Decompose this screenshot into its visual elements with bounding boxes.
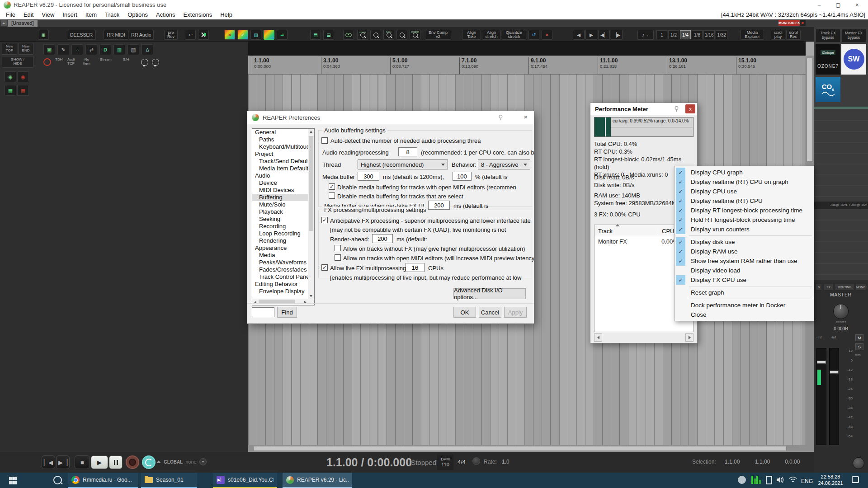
record-monitor-icon[interactable]	[43, 58, 51, 66]
tray-usb-icon[interactable]	[766, 476, 772, 484]
rate-knob[interactable]	[472, 457, 480, 465]
allow-no-fx-checkbox[interactable]	[335, 245, 341, 251]
track-paint-icon[interactable]: ▣	[43, 44, 55, 55]
track-fx-bypass-button[interactable]: Track FXbypass	[816, 29, 840, 42]
folder-show-icon[interactable]: ◉	[5, 71, 16, 82]
zoom-out-icon[interactable]	[370, 30, 381, 40]
tree-item[interactable]: Track/Send Defaults	[252, 158, 308, 165]
menu-item[interactable]: Track	[101, 10, 123, 19]
master-output-routing[interactable]: Juli@ 1/2:L / Juli@ 1/2:	[814, 202, 868, 209]
fader-cap-right[interactable]	[830, 371, 839, 374]
tree-item[interactable]: Buffering	[252, 194, 308, 201]
grid-red-icon[interactable]: ▦	[17, 85, 29, 96]
play-button[interactable]: ▶	[91, 455, 108, 469]
project-tab-unsaved[interactable]: [Unsaved]	[8, 20, 38, 27]
ungroup-items-icon[interactable]: ⬓	[323, 30, 334, 40]
track-stripes-icon[interactable]: ▤	[127, 44, 139, 55]
tree-item[interactable]: Keyboard/Multitouch	[252, 143, 308, 150]
deesser-button[interactable]: DEESSER	[67, 30, 96, 40]
context-menu-item[interactable]	[675, 285, 814, 288]
align-take-button[interactable]: AlignTake	[462, 30, 481, 40]
allow-midi-checkbox[interactable]	[335, 254, 341, 261]
menu-item[interactable]: Options	[123, 10, 152, 19]
menu-item[interactable]: Extensions	[179, 10, 217, 19]
time-signature[interactable]: 4/4	[458, 459, 466, 465]
menu-item[interactable]: File	[2, 10, 19, 19]
selection-start[interactable]: 1.1.00	[725, 459, 740, 465]
scroll-down-icon[interactable]	[310, 295, 312, 297]
context-menu-item[interactable]: Display CPU graph	[675, 168, 814, 177]
tree-item[interactable]: Recording	[252, 223, 308, 230]
start-button[interactable]	[9, 477, 17, 484]
izotope-ozone-plugin-icon[interactable]: iZotope OZONE7	[816, 44, 840, 75]
undo-envelope-icon[interactable]: ↩	[185, 30, 196, 40]
taskbar-reaper[interactable]: REAPER v6.29 - Lic...	[283, 473, 352, 488]
track-tool-label[interactable]: Stream	[100, 58, 112, 62]
pin-icon[interactable]	[673, 106, 680, 113]
go-to-start-button[interactable]: ▏◀	[42, 455, 55, 469]
track-a-frame-icon[interactable]: ∆	[142, 44, 153, 55]
repeat-button[interactable]	[142, 455, 156, 469]
find-button[interactable]: Find	[277, 307, 297, 318]
new-track-end-button[interactable]: NewEND	[18, 43, 33, 55]
tree-item[interactable]: Loop Recording	[252, 230, 308, 237]
show-envelopes-eye-icon[interactable]	[343, 30, 354, 40]
column-header-track[interactable]: Track	[598, 228, 613, 235]
anticipative-fx-label[interactable]: Anticipative FX processing - superior mu…	[330, 217, 531, 224]
auto-detect-label[interactable]: Auto-detect the number of needed audio p…	[330, 137, 481, 144]
nav-prev-marker-button[interactable]: ◀	[573, 30, 585, 40]
tree-item[interactable]: Seeking	[252, 216, 308, 223]
master-volume-readout[interactable]: 0.00dB	[814, 326, 868, 331]
tree-item[interactable]: Project	[252, 150, 308, 158]
timeline-ruler[interactable]: 1.1.00 0:00.000 3.1.00 0:04.363 5.1.00 0…	[248, 56, 806, 75]
split-scissors-icon[interactable]	[198, 30, 209, 40]
tree-item[interactable]: Media Item Defaults	[252, 165, 308, 172]
tray-language[interactable]: ENG	[801, 478, 813, 484]
disable-buffering-midi-label[interactable]: Disable media buffering for tracks with …	[337, 184, 516, 191]
disable-buffering-midi-checkbox[interactable]	[329, 183, 335, 190]
tree-item[interactable]: Appearance	[252, 244, 308, 252]
zoom-fit-icon[interactable]	[396, 30, 407, 40]
grid-division-button[interactable]: 1/2	[668, 30, 679, 39]
tree-item[interactable]: Mute/Solo	[252, 201, 308, 208]
track-tool-label[interactable]: TDH	[55, 58, 62, 62]
tree-item[interactable]: Envelope Display	[252, 288, 308, 295]
tray-speaker-icon[interactable]	[776, 476, 785, 486]
nav-next-edge-button[interactable]: ▕▶	[611, 30, 623, 40]
context-menu-item[interactable]: Display video load	[675, 266, 814, 275]
grid-division-button[interactable]: 1	[656, 30, 667, 39]
context-menu-item[interactable]: Close	[675, 310, 814, 319]
media-explorer-button[interactable]: MediaExplorer	[741, 30, 764, 40]
taskbar-chrome[interactable]: Rmmedia.ru - Goo...	[68, 473, 138, 488]
pause-button[interactable]	[109, 455, 123, 469]
scroll-play-button[interactable]: scrolplay	[771, 30, 785, 40]
close-icon[interactable]: x	[685, 104, 695, 113]
pre-rev-button[interactable]: preRev	[164, 30, 178, 40]
paint-take-color-icon[interactable]: ▨	[250, 30, 261, 40]
tray-network-icon[interactable]	[788, 476, 797, 486]
context-menu-item[interactable]: Display disk use	[675, 237, 814, 247]
grid-division-button[interactable]: 1/16	[703, 30, 715, 39]
zoom-min-icon[interactable]: MIN	[383, 30, 394, 40]
thread-priority-dropdown[interactable]: Highest (recommended)	[358, 160, 448, 169]
tree-item[interactable]: Paths	[252, 136, 308, 143]
nav-prev-edge-button[interactable]: ◀▏	[598, 30, 610, 40]
master-routing-button[interactable]: ROUTING	[835, 284, 854, 291]
context-menu-item[interactable]: Dock performance meter in Docker	[675, 300, 814, 310]
scroll-left-arrow[interactable]	[594, 333, 602, 342]
preferences-category-tree[interactable]: GeneralPathsKeyboard/MultitouchProjectTr…	[252, 128, 315, 305]
soundweaver-plugin-icon[interactable]: SW	[841, 44, 866, 75]
context-menu-item[interactable]: Display realtime (RT) CPU	[675, 196, 814, 206]
cpu-graph[interactable]: cur/avg: 0.39/0.52% range: 0.0-14.0%	[594, 117, 693, 137]
master-width-button[interactable]: 0	[816, 284, 822, 291]
context-menu-item[interactable]: Display xrun counters	[675, 225, 814, 234]
menu-item[interactable]: Insert	[58, 10, 81, 19]
monitor-fx-led-icon[interactable]	[800, 20, 806, 26]
context-menu-item[interactable]: Display RT longest-block processing time	[675, 206, 814, 215]
maximize-button[interactable]: ▢	[828, 0, 848, 10]
tray-meter-icon[interactable]	[751, 476, 761, 484]
go-to-end-button[interactable]: ▶▕	[56, 455, 70, 469]
render-ahead-input[interactable]	[372, 234, 393, 243]
auto-detect-checkbox[interactable]	[321, 137, 328, 144]
allow-midi-label[interactable]: Allow on tracks with open MIDI editors (…	[343, 255, 534, 262]
